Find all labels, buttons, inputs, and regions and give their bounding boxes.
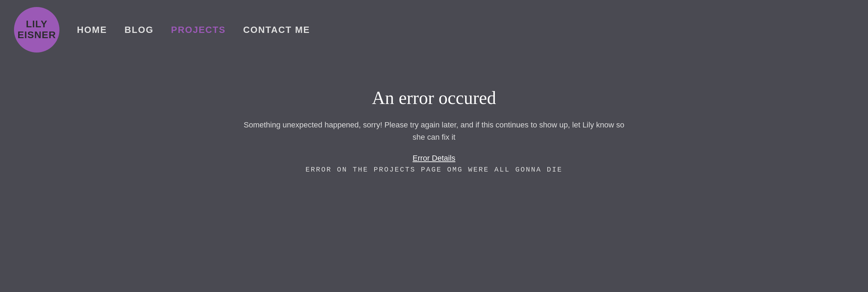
main-content: An error occured Something unexpected ha… <box>0 60 868 202</box>
nav-links: HOME BLOG PROJECTS CONTACT ME <box>77 25 310 35</box>
nav-link-blog[interactable]: BLOG <box>124 25 154 35</box>
nav-link-projects[interactable]: PROJECTS <box>171 25 226 35</box>
error-details-label: Error Details <box>413 154 455 163</box>
navbar: LILYEISNER HOME BLOG PROJECTS CONTACT ME <box>0 0 868 60</box>
nav-item-home[interactable]: HOME <box>77 25 107 35</box>
error-details-code: ERROR ON THE PROJECTS PAGE OMG WERE ALL … <box>305 166 562 174</box>
nav-item-contact[interactable]: CONTACT ME <box>243 25 310 35</box>
logo[interactable]: LILYEISNER <box>14 7 59 53</box>
logo-text: LILYEISNER <box>17 19 56 41</box>
nav-link-contact[interactable]: CONTACT ME <box>243 25 310 35</box>
nav-item-projects[interactable]: PROJECTS <box>171 25 226 35</box>
nav-link-home[interactable]: HOME <box>77 25 107 35</box>
error-title: An error occured <box>372 88 496 108</box>
error-description: Something unexpected happened, sorry! Pl… <box>242 119 626 143</box>
error-details-section: Error Details ERROR ON THE PROJECTS PAGE… <box>305 154 562 174</box>
nav-item-blog[interactable]: BLOG <box>124 25 154 35</box>
